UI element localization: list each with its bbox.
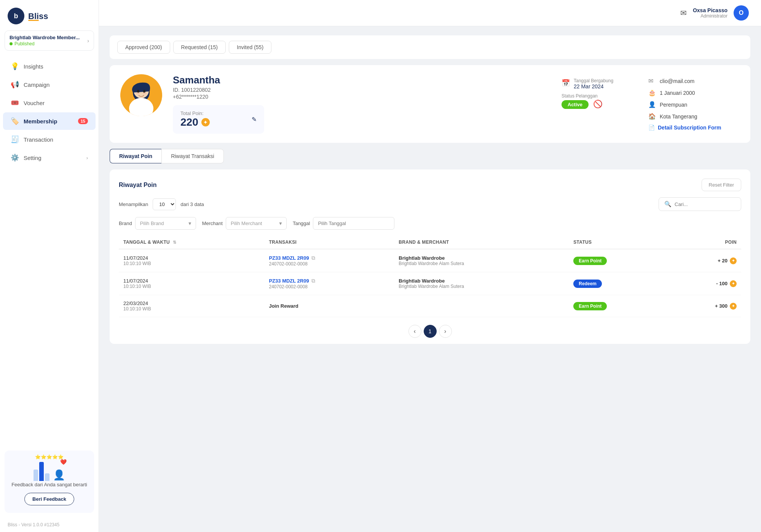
next-page-button[interactable]: ›: [439, 325, 452, 338]
per-page-select[interactable]: 10 25 50: [153, 198, 176, 210]
col-date[interactable]: TANGGAL & WAKTU ⇅: [119, 236, 264, 249]
history-tabs-wrap: Riwayat Poin Riwayat Transaksi: [110, 149, 750, 163]
table-row: 22/03/2024 10:10:10 WIB Join Reward Earn…: [119, 295, 741, 317]
edit-icon[interactable]: ✎: [252, 116, 257, 123]
filter-date-group: Tanggal: [293, 217, 395, 230]
sidebar-item-membership[interactable]: 🏷️ Membership 15: [3, 112, 96, 130]
copy-icon[interactable]: ⧉: [311, 278, 315, 284]
txn-label: Join Reward: [269, 303, 298, 309]
sidebar-item-label: Membership: [24, 118, 57, 125]
search-input[interactable]: [675, 201, 735, 207]
table-row: 11/07/2024 10:10:10 WIB PZ33 MDZL 2R09 ⧉…: [119, 249, 741, 272]
member-tabs-bar: Approved (200) Requested (15) Invited (5…: [110, 35, 750, 59]
reset-filter-button[interactable]: Reset Filter: [702, 179, 741, 191]
sort-icon: ⇅: [173, 240, 176, 244]
filter-merchant-group: Merchant Pilih Merchant ▼: [202, 217, 287, 230]
cell-date: 11/07/2024 10:10:10 WIB: [119, 249, 264, 272]
cell-status: Earn Point: [569, 295, 669, 317]
prev-page-button[interactable]: ‹: [408, 325, 421, 338]
copy-icon[interactable]: ⧉: [311, 255, 315, 261]
setting-arrow-icon: ›: [86, 155, 88, 161]
sidebar-item-campaign[interactable]: 📢 Campaign: [3, 76, 96, 93]
filter-date-label: Tanggal: [293, 220, 310, 226]
tab-riwayat-poin[interactable]: Riwayat Poin: [110, 149, 161, 163]
sidebar-item-voucher[interactable]: 🎟️ Voucher: [3, 94, 96, 112]
filter-date-input[interactable]: [313, 217, 394, 230]
profile-main: Samantha ID. 1001220802 +62*******1220 T…: [173, 74, 551, 134]
setting-icon: ⚙️: [11, 153, 19, 162]
membership-badge: 15: [78, 118, 88, 124]
sidebar-item-setting[interactable]: ⚙️ Setting ›: [3, 149, 96, 166]
avatar[interactable]: O: [734, 5, 749, 21]
sidebar-item-label: Insights: [24, 63, 43, 70]
no-camera-icon: 🚫: [593, 99, 603, 109]
cell-brand: Brightlab Wardrobe Brightlab Wardrobe Al…: [394, 249, 569, 272]
coin-icon: ✦: [201, 118, 210, 126]
tab-riwayat-transaksi[interactable]: Riwayat Transaksi: [161, 149, 224, 163]
profile-mid: 📅 Tanggal Bergabung 22 Mar 2024 Status P…: [562, 74, 638, 109]
sidebar-logo: b Bliss: [0, 0, 99, 30]
profile-right: ✉ clio@mail.com 🎂 1 Januari 2000 👤 Perem…: [648, 74, 740, 131]
content: Approved (200) Requested (15) Invited (5…: [99, 26, 761, 532]
filter-merchant-select[interactable]: Pilih Merchant: [226, 217, 287, 230]
status-badge: Active: [562, 100, 589, 109]
earn-badge: Earn Point: [573, 257, 607, 265]
show-label: Menampilkan: [119, 201, 148, 207]
table-section-header: Riwayat Poin Reset Filter: [119, 179, 741, 191]
status-label: Status Pelanggan: [562, 93, 603, 99]
subscription-link[interactable]: 📄 Detail Subscription Form: [648, 125, 740, 131]
cell-date: 11/07/2024 10:10:10 WIB: [119, 272, 264, 295]
transaction-icon: 🧾: [11, 135, 19, 144]
header: ✉ Oxsa Picasso Administrator O: [99, 0, 761, 26]
workspace-status: Published: [10, 41, 87, 46]
user-name: Oxsa Picasso: [693, 7, 727, 13]
feedback-button[interactable]: Beri Feedback: [24, 493, 74, 505]
cell-status: Redeem: [569, 272, 669, 295]
sidebar-item-label: Campaign: [24, 81, 49, 88]
logo-icon: b: [8, 8, 24, 24]
join-date-label: Tanggal Bergabung: [574, 78, 613, 83]
sidebar-item-transaction[interactable]: 🧾 Transaction: [3, 131, 96, 148]
filter-merchant-label: Merchant: [202, 220, 223, 226]
tab-invited[interactable]: Invited (55): [229, 41, 271, 54]
sidebar: b Bliss Brightlab Wardrobe Member... Pub…: [0, 0, 99, 532]
cell-status: Earn Point: [569, 249, 669, 272]
workspace-card[interactable]: Brightlab Wardrobe Member... Published ›: [5, 30, 94, 51]
main: ✉ Oxsa Picasso Administrator O Approved …: [99, 0, 761, 532]
sidebar-item-label: Setting: [24, 155, 41, 161]
cell-txn: PZ33 MDZL 2R09 ⧉ 240702-0002-0008: [264, 272, 394, 295]
sidebar-item-insights[interactable]: 💡 Insights: [3, 58, 96, 75]
dob-value: 1 Januari 2000: [660, 90, 695, 96]
coin-sm-icon: ✦: [730, 257, 737, 264]
workspace-arrow-icon: ›: [87, 38, 89, 44]
page-1-button[interactable]: 1: [424, 325, 437, 338]
filter-brand-select[interactable]: Pilih Brand: [135, 217, 196, 230]
points-value: 220 ✦: [180, 116, 210, 128]
mail-icon[interactable]: ✉: [680, 8, 687, 18]
profile-id: ID. 1001220802: [173, 87, 551, 93]
tab-requested[interactable]: Requested (15): [173, 41, 226, 54]
email-icon: ✉: [648, 77, 656, 85]
cell-brand: [394, 295, 569, 317]
filter-brand-label: Brand: [119, 220, 132, 226]
data-count: dari 3 data: [180, 201, 204, 207]
feedback-text: Feedback dari Anda sangat berarti: [11, 481, 88, 489]
history-table: TANGGAL & WAKTU ⇅ TRANSAKSI BRAND & MERC…: [119, 236, 741, 317]
brand-name: Brightlab Wardrobe: [399, 278, 564, 284]
tab-approved[interactable]: Approved (200): [117, 41, 170, 54]
redeem-badge: Redeem: [573, 280, 602, 288]
search-icon: 🔍: [664, 201, 672, 208]
gender-value: Perempuan: [660, 102, 687, 108]
col-txn: TRANSAKSI: [264, 236, 394, 249]
filter-row: Brand Pilih Brand ▼ Merchant Pilih Merch…: [119, 217, 741, 230]
location-icon: 🏠: [648, 113, 656, 120]
table-section-title: Riwayat Poin: [119, 182, 157, 189]
col-status: STATUS: [569, 236, 669, 249]
avatar-svg: [124, 78, 158, 116]
brand-name: Brightlab Wardrobe: [399, 255, 564, 261]
cell-poin: + 20 ✦: [669, 249, 741, 272]
cell-poin: - 100 ✦: [669, 272, 741, 295]
txn-link[interactable]: PZ33 MDZL 2R09: [269, 255, 309, 261]
nav-section: 💡 Insights 📢 Campaign 🎟️ Voucher 🏷️ Memb…: [0, 54, 99, 446]
txn-link[interactable]: PZ33 MDZL 2R09: [269, 278, 309, 284]
